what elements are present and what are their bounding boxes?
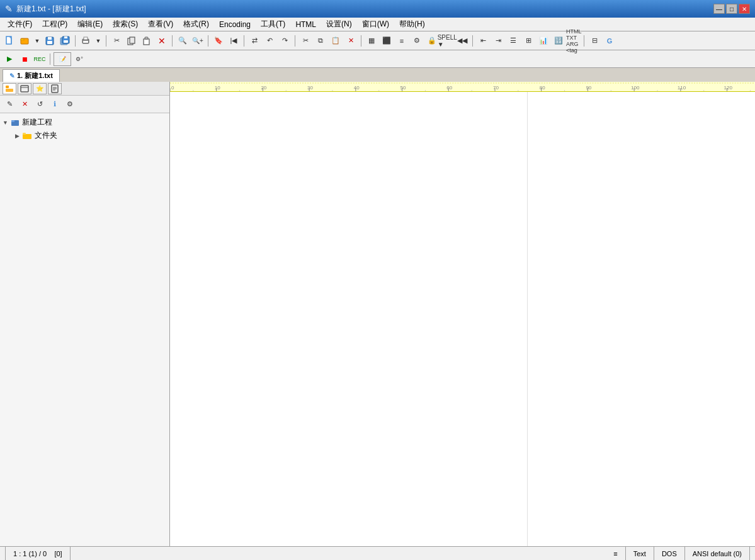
search-web[interactable]: G xyxy=(603,34,616,48)
separator-5 xyxy=(244,35,244,47)
sync-scroll[interactable]: ⇄ xyxy=(247,34,261,48)
macro1[interactable]: 📝 xyxy=(54,52,71,66)
menu-window[interactable]: 窗口(W) xyxy=(357,18,394,31)
sidebar-info[interactable]: ℹ xyxy=(48,98,62,111)
sidebar-toolbar: ✎ ✕ ↺ ℹ ⚙ xyxy=(0,96,169,113)
svg-text:20: 20 xyxy=(261,85,267,91)
sidebar-tab-3[interactable]: ⭐ xyxy=(33,83,47,94)
menu-settings[interactable]: 设置(N) xyxy=(321,18,357,31)
separator-7 xyxy=(361,35,361,47)
paste-button[interactable] xyxy=(140,34,154,48)
cut-button[interactable]: ✂ xyxy=(110,34,123,48)
menu-edit[interactable]: 编辑(E) xyxy=(72,18,108,31)
tree-folder-expand: ▶ xyxy=(15,133,20,139)
column-marker[interactable]: |◀ xyxy=(227,34,241,48)
separator-4 xyxy=(208,35,208,47)
spell-check[interactable]: SPELL ▼ xyxy=(440,34,454,48)
sidebar-tab-2[interactable] xyxy=(18,83,31,94)
svg-text:90: 90 xyxy=(586,85,592,91)
tool4[interactable]: ⚙ xyxy=(410,34,424,48)
delete-button[interactable]: ✕ xyxy=(155,34,169,48)
prev-button[interactable]: ◀◀ xyxy=(455,34,469,48)
indent-right[interactable]: ⇥ xyxy=(491,34,505,48)
svg-rect-28 xyxy=(11,120,14,122)
svg-text:60: 60 xyxy=(446,85,453,91)
tab-1[interactable]: ✎ 1. 新建1.txt xyxy=(3,69,60,82)
menu-html[interactable]: HTML xyxy=(290,19,321,30)
save-all-button[interactable] xyxy=(58,34,72,48)
sidebar-new[interactable]: ✎ xyxy=(3,98,16,111)
maximize-button[interactable]: □ xyxy=(726,4,737,14)
tree-folder-item[interactable]: ▶ 文件夹 xyxy=(15,129,167,142)
menu-format[interactable]: 格式(R) xyxy=(178,18,214,31)
save-button[interactable] xyxy=(43,34,57,48)
close-button[interactable]: ✕ xyxy=(739,4,750,14)
print-dropdown[interactable]: ▼ xyxy=(94,34,103,48)
new-button[interactable] xyxy=(3,34,16,48)
mode-text: Text xyxy=(633,550,646,557)
menu-tools[interactable]: 工具(T) xyxy=(256,18,290,31)
special2[interactable]: 📊 xyxy=(536,34,550,48)
cut2[interactable]: ✂ xyxy=(298,34,312,48)
menu-view[interactable]: 查看(V) xyxy=(143,18,178,31)
tab-label: 1. 新建1.txt xyxy=(17,71,53,81)
print-button[interactable] xyxy=(79,34,93,48)
svg-text:30: 30 xyxy=(307,85,314,91)
sidebar-delete[interactable]: ✕ xyxy=(18,98,31,111)
undo-button[interactable]: ↶ xyxy=(263,34,276,48)
menu-encoding[interactable]: Encoding xyxy=(214,19,256,30)
find-button[interactable]: 🔍 xyxy=(176,34,190,48)
tool2[interactable]: ⬛ xyxy=(380,34,394,48)
special5[interactable]: ⚙° xyxy=(72,52,86,66)
find-replace-button[interactable]: 🔍+ xyxy=(191,34,205,48)
svg-rect-31 xyxy=(170,82,755,92)
filter[interactable]: ⊟ xyxy=(588,34,601,48)
ruler-svg: 0 10 20 30 40 50 60 xyxy=(170,82,755,92)
sidebar-content: ▼ 新建工程 ▶ 文件夹 xyxy=(0,113,169,546)
editor-area: 0 10 20 30 40 50 60 xyxy=(170,82,755,546)
sidebar-settings[interactable]: ⚙ xyxy=(63,98,77,111)
column-80-marker xyxy=(527,92,528,546)
stop-button[interactable]: ⏹ xyxy=(18,52,31,66)
redo-button[interactable]: ↷ xyxy=(278,34,292,48)
svg-rect-11 xyxy=(64,40,68,43)
window-title: 新建1.txt - [新建1.txt] xyxy=(16,4,86,14)
tool1[interactable]: ▦ xyxy=(365,34,378,48)
svg-text:80: 80 xyxy=(540,85,546,91)
indent-left[interactable]: ⇤ xyxy=(476,34,490,48)
svg-text:70: 70 xyxy=(493,85,499,91)
copy-button[interactable] xyxy=(125,34,139,48)
menu-project[interactable]: 工程(P) xyxy=(37,18,72,31)
minimize-button[interactable]: — xyxy=(713,4,725,14)
main-area: ⭐ ✎ ✕ ↺ ℹ ⚙ ▼ 新建工程 xyxy=(0,82,755,546)
tree-project-item[interactable]: ▼ 新建工程 xyxy=(3,116,167,129)
svg-text:10: 10 xyxy=(215,85,221,91)
delete2[interactable]: ✕ xyxy=(344,34,358,48)
sidebar-tab-files[interactable] xyxy=(3,83,16,94)
svg-rect-30 xyxy=(23,133,26,135)
special1[interactable]: ⊞ xyxy=(521,34,535,48)
run-button[interactable]: ▶ xyxy=(3,52,16,66)
separator-10 xyxy=(50,53,50,65)
open-button[interactable] xyxy=(18,34,31,48)
sidebar-tab-4[interactable] xyxy=(48,83,62,94)
menu-search[interactable]: 搜索(S) xyxy=(108,18,143,31)
sidebar: ⭐ ✎ ✕ ↺ ℹ ⚙ ▼ 新建工程 xyxy=(0,82,170,546)
paste2[interactable]: 📋 xyxy=(329,34,343,48)
special3[interactable]: 🔢 xyxy=(552,34,565,48)
project-icon xyxy=(11,118,20,127)
bookmark-button[interactable]: 🔖 xyxy=(212,34,225,48)
special4[interactable]: HTML TXT ARG <tag xyxy=(567,34,581,48)
svg-rect-6 xyxy=(48,37,52,40)
sidebar-refresh[interactable]: ↺ xyxy=(33,98,47,111)
rec-button[interactable]: REC xyxy=(33,52,47,66)
tool3[interactable]: ≡ xyxy=(395,34,409,48)
separator-8 xyxy=(472,35,473,47)
menu-help[interactable]: 帮助(H) xyxy=(394,18,430,31)
editor-content[interactable] xyxy=(170,92,755,546)
copy2[interactable]: ⧉ xyxy=(314,34,327,48)
list-toggle[interactable]: ☰ xyxy=(506,34,520,48)
toolbar-2: ▶ ⏹ REC 📝 ⚙° xyxy=(0,50,755,68)
open-dropdown[interactable]: ▼ xyxy=(33,34,42,48)
menu-file[interactable]: 文件(F) xyxy=(3,18,37,31)
